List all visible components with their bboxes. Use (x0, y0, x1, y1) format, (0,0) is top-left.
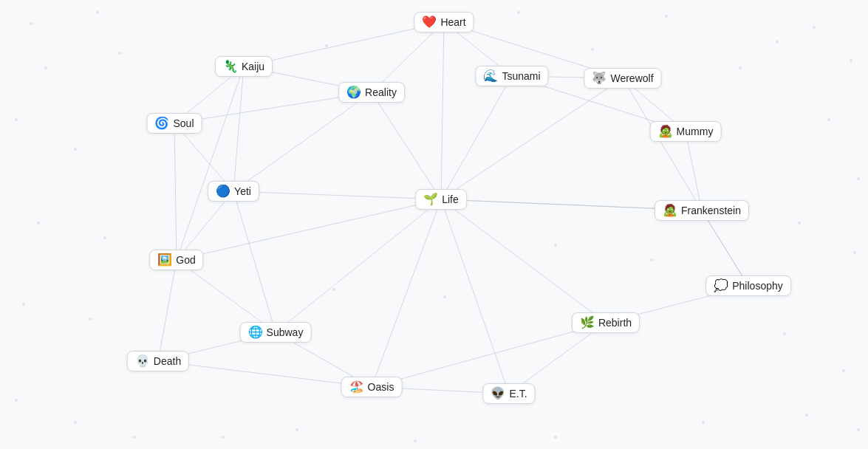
edges-svg (0, 0, 868, 449)
node-rebirth[interactable]: 🌿Rebirth (572, 312, 640, 333)
node-icon-philosophy: 💭 (714, 280, 728, 292)
node-frankenstein[interactable]: 🧟Frankenstein (655, 200, 749, 221)
node-label-werewolf: Werewolf (610, 72, 653, 84)
svg-line-17 (174, 123, 177, 260)
node-icon-subway: 🌐 (248, 326, 263, 338)
node-oasis[interactable]: 🏖️Oasis (341, 377, 403, 397)
node-soul[interactable]: 🌀Soul (146, 113, 202, 134)
node-label-frankenstein: Frankenstein (681, 205, 741, 216)
node-icon-rebirth: 🌿 (580, 317, 595, 329)
node-et[interactable]: 👽E.T. (482, 383, 535, 404)
node-kaiju[interactable]: 🦎Kaiju (215, 56, 273, 77)
node-label-subway: Subway (267, 326, 304, 338)
node-label-reality: Reality (365, 86, 397, 98)
node-icon-werewolf: 🐺 (592, 72, 606, 84)
node-icon-life: 🌱 (423, 193, 438, 205)
node-icon-kaiju: 🦎 (223, 61, 238, 72)
node-label-heart: Heart (440, 16, 465, 28)
node-label-mummy: Mummy (677, 126, 714, 137)
svg-line-6 (441, 76, 512, 199)
node-icon-mummy: 🧟 (658, 126, 673, 137)
svg-line-26 (177, 199, 441, 260)
node-label-rebirth: Rebirth (598, 317, 632, 329)
svg-line-25 (233, 191, 276, 332)
node-icon-god: 🖼️ (157, 254, 172, 266)
svg-line-9 (441, 78, 623, 199)
node-label-kaiju: Kaiju (242, 61, 264, 72)
node-label-soul: Soul (173, 117, 194, 129)
node-label-yeti: Yeti (234, 185, 251, 197)
svg-line-33 (158, 260, 177, 361)
node-icon-soul: 🌀 (154, 117, 169, 129)
svg-line-28 (441, 199, 606, 323)
svg-line-20 (686, 131, 702, 210)
node-label-oasis: Oasis (368, 381, 394, 393)
node-subway[interactable]: 🌐Subway (240, 322, 312, 343)
graph-container: ❤️Heart🦎Kaiju🌊Tsunami🐺Werewolf🌍Reality🌀S… (0, 0, 868, 449)
svg-line-41 (702, 210, 748, 286)
svg-line-4 (441, 22, 444, 199)
node-icon-reality: 🌍 (346, 86, 361, 98)
node-icon-frankenstein: 🧟 (663, 205, 677, 216)
node-mummy[interactable]: 🧟Mummy (650, 121, 722, 142)
svg-line-19 (177, 66, 244, 260)
node-life[interactable]: 🌱Life (415, 189, 467, 210)
node-yeti[interactable]: 🔵Yeti (208, 181, 259, 202)
svg-line-13 (372, 92, 441, 199)
svg-line-29 (372, 199, 441, 387)
node-label-philosophy: Philosophy (732, 280, 783, 292)
svg-line-27 (276, 199, 441, 332)
node-icon-death: 💀 (135, 355, 150, 367)
node-label-god: God (176, 254, 195, 266)
svg-line-21 (702, 210, 748, 286)
node-reality[interactable]: 🌍Reality (338, 82, 405, 103)
svg-line-36 (372, 323, 606, 387)
node-label-life: Life (442, 193, 459, 205)
svg-line-18 (233, 66, 244, 191)
node-label-tsunami: Tsunami (502, 70, 540, 82)
svg-line-39 (158, 361, 372, 387)
svg-line-30 (441, 199, 509, 394)
node-heart[interactable]: ❤️Heart (414, 12, 474, 32)
svg-line-24 (233, 191, 441, 199)
node-icon-et: 👽 (491, 388, 505, 400)
node-icon-tsunami: 🌊 (483, 70, 498, 82)
node-tsunami[interactable]: 🌊Tsunami (475, 66, 548, 86)
svg-line-14 (233, 92, 372, 191)
node-icon-oasis: 🏖️ (349, 381, 364, 393)
node-death[interactable]: 💀Death (127, 351, 189, 371)
node-icon-heart: ❤️ (422, 16, 437, 28)
node-icon-yeti: 🔵 (216, 185, 230, 197)
node-werewolf[interactable]: 🐺Werewolf (584, 68, 661, 89)
node-god[interactable]: 🖼️God (149, 250, 203, 270)
svg-line-10 (623, 78, 702, 210)
node-philosophy[interactable]: 💭Philosophy (705, 275, 791, 296)
node-label-death: Death (154, 355, 181, 367)
node-label-et: E.T. (509, 388, 527, 400)
